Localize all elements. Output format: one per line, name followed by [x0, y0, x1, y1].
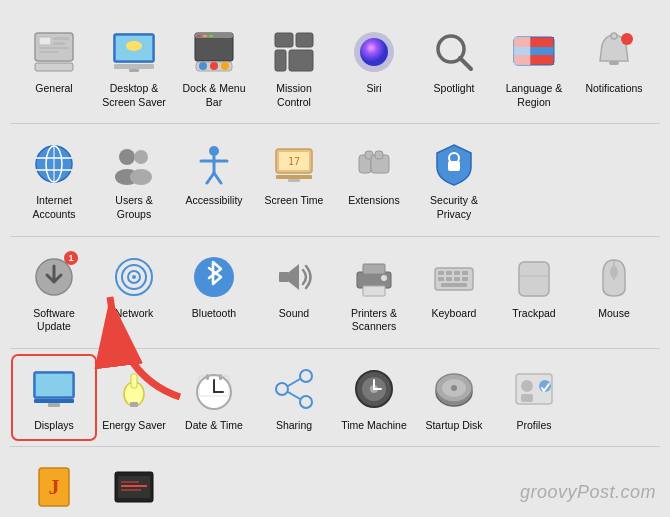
software-update-icon: 1 — [28, 251, 80, 303]
svg-rect-1 — [39, 37, 51, 45]
svg-rect-85 — [519, 262, 549, 296]
svg-point-74 — [381, 275, 387, 281]
notifications-label: Notifications — [585, 82, 642, 96]
item-general[interactable]: General — [14, 20, 94, 115]
svg-rect-24 — [289, 50, 313, 71]
item-displays[interactable]: Displays — [14, 357, 94, 439]
svg-rect-4 — [39, 47, 69, 49]
svg-line-106 — [288, 392, 300, 399]
item-screen-time[interactable]: 17Screen Time — [254, 132, 334, 227]
item-users-groups[interactable]: Users & Groups — [94, 132, 174, 227]
item-date-time[interactable]: Date & Time — [174, 357, 254, 439]
item-bluetooth[interactable]: Bluetooth — [174, 245, 254, 340]
item-time-machine[interactable]: Time Machine — [334, 357, 414, 439]
svg-point-115 — [451, 385, 457, 391]
displays-label: Displays — [34, 419, 74, 433]
item-sound[interactable]: Sound — [254, 245, 334, 340]
desktop-screensaver-icon — [108, 26, 160, 78]
startup-disk-icon — [428, 363, 480, 415]
printers-scanners-icon — [348, 251, 400, 303]
item-trackpad[interactable]: Trackpad — [494, 245, 574, 340]
svg-rect-79 — [462, 271, 468, 275]
svg-point-9 — [126, 41, 142, 51]
svg-rect-81 — [446, 277, 452, 281]
item-desktop-screensaver[interactable]: Desktop & Screen Saver — [94, 20, 174, 115]
svg-rect-76 — [438, 271, 444, 275]
svg-rect-80 — [438, 277, 444, 281]
svg-point-43 — [119, 149, 135, 165]
svg-rect-35 — [609, 61, 619, 65]
keyboard-icon — [428, 251, 480, 303]
svg-point-104 — [300, 396, 312, 408]
item-notifications[interactable]: Notifications — [574, 20, 654, 115]
printers-scanners-label: Printers & Scanners — [338, 307, 410, 334]
extensions-icon — [348, 138, 400, 190]
time-machine-icon — [348, 363, 400, 415]
language-region-icon — [508, 26, 560, 78]
section-4: JJavaUA-25 — [10, 447, 660, 517]
item-energy-saver[interactable]: Energy Saver — [94, 357, 174, 439]
item-extensions[interactable]: Extensions — [334, 132, 414, 227]
trackpad-label: Trackpad — [512, 307, 555, 321]
item-sharing[interactable]: Sharing — [254, 357, 334, 439]
svg-rect-83 — [462, 277, 468, 281]
item-software-update[interactable]: 1Software Update — [14, 245, 94, 340]
mouse-icon — [588, 251, 640, 303]
system-preferences-grid: GeneralDesktop & Screen SaverDock & Menu… — [0, 0, 670, 517]
item-profiles[interactable]: Profiles — [494, 357, 574, 439]
item-spotlight[interactable]: Spotlight — [414, 20, 494, 115]
svg-point-46 — [130, 169, 152, 185]
item-mouse[interactable]: Mouse — [574, 245, 654, 340]
energy-saver-icon — [108, 363, 160, 415]
bluetooth-label: Bluetooth — [192, 307, 236, 321]
item-ua-25[interactable]: UA-25 — [94, 455, 174, 517]
item-siri[interactable]: Siri — [334, 20, 414, 115]
item-internet-accounts[interactable]: Internet Accounts — [14, 132, 94, 227]
svg-rect-16 — [209, 35, 213, 37]
svg-point-19 — [210, 62, 218, 70]
item-language-region[interactable]: Language & Region — [494, 20, 574, 115]
svg-rect-69 — [279, 272, 289, 282]
item-mission-control[interactable]: Mission Control — [254, 20, 334, 115]
svg-line-105 — [288, 379, 300, 386]
svg-point-103 — [276, 383, 288, 395]
svg-rect-90 — [36, 374, 72, 396]
general-icon — [28, 26, 80, 78]
item-printers-scanners[interactable]: Printers & Scanners — [334, 245, 414, 340]
mission-control-icon — [268, 26, 320, 78]
users-groups-icon — [108, 138, 160, 190]
dock-menu-bar-label: Dock & Menu Bar — [178, 82, 250, 109]
svg-rect-6 — [35, 63, 73, 71]
sharing-label: Sharing — [276, 419, 312, 433]
item-accessibility[interactable]: Accessibility — [174, 132, 254, 227]
item-network[interactable]: Network — [94, 245, 174, 340]
item-startup-disk[interactable]: Startup Disk — [414, 357, 494, 439]
section-1: Internet AccountsUsers & GroupsAccessibi… — [10, 124, 660, 236]
svg-point-36 — [611, 33, 617, 39]
section-0: GeneralDesktop & Screen SaverDock & Menu… — [10, 12, 660, 124]
svg-rect-91 — [34, 399, 74, 403]
svg-rect-2 — [53, 37, 69, 40]
dock-menu-bar-icon — [188, 26, 240, 78]
sharing-icon — [268, 363, 320, 415]
internet-accounts-icon — [28, 138, 80, 190]
svg-point-26 — [360, 38, 388, 66]
network-icon — [108, 251, 160, 303]
item-java[interactable]: JJava — [14, 455, 94, 517]
ua-25-icon — [108, 461, 160, 513]
svg-rect-100 — [219, 374, 222, 380]
users-groups-label: Users & Groups — [98, 194, 170, 221]
svg-rect-73 — [363, 286, 385, 296]
item-security-privacy[interactable]: Security & Privacy — [414, 132, 494, 227]
accessibility-label: Accessibility — [185, 194, 242, 208]
svg-rect-118 — [521, 394, 533, 402]
svg-rect-5 — [39, 51, 59, 53]
item-dock-menu-bar[interactable]: Dock & Menu Bar — [174, 20, 254, 115]
item-keyboard[interactable]: Keyboard — [414, 245, 494, 340]
svg-rect-10 — [114, 64, 154, 69]
trackpad-icon — [508, 251, 560, 303]
svg-rect-55 — [288, 179, 300, 182]
bluetooth-icon — [188, 251, 240, 303]
siri-label: Siri — [366, 82, 381, 96]
energy-saver-label: Energy Saver — [102, 419, 166, 433]
